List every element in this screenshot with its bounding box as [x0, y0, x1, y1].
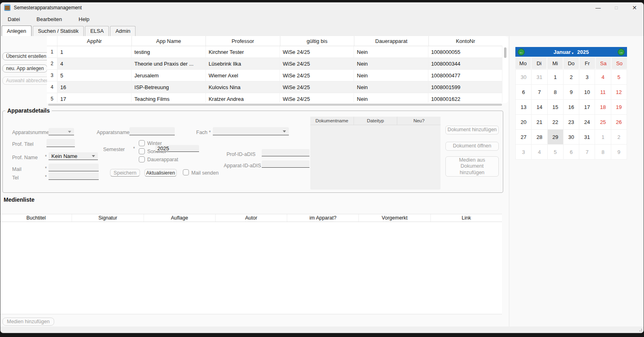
- calendar-day[interactable]: 7: [532, 85, 547, 100]
- calendar-day[interactable]: 21: [532, 115, 547, 130]
- calendar-day-today[interactable]: 29: [548, 130, 564, 145]
- neu-app-anlegen-button[interactable]: neu. App anlegen: [2, 64, 47, 73]
- calendar-day[interactable]: 15: [548, 100, 564, 115]
- dokument-hinzufuegen-button[interactable]: Dokument hinzufügen: [445, 126, 499, 134]
- calendar-day[interactable]: 30: [564, 130, 579, 145]
- tab-elsa[interactable]: ELSA: [85, 26, 109, 36]
- calendar-day[interactable]: 5: [548, 145, 564, 160]
- calendar-day[interactable]: 5: [611, 70, 627, 85]
- calendar-day[interactable]: 26: [611, 115, 627, 130]
- tel-field[interactable]: [49, 172, 99, 180]
- -bersicht-erstellen-button[interactable]: Übersicht erstellen: [2, 52, 50, 60]
- semester-year-field[interactable]: [155, 145, 199, 152]
- table-cell: Nein: [354, 81, 428, 93]
- calendar-day[interactable]: 8: [548, 85, 564, 100]
- calendar-day[interactable]: 30: [516, 70, 532, 85]
- dokument-oeffnen-button[interactable]: Dokument öffnen: [445, 142, 499, 151]
- group-legend: Apparatsdetails: [5, 107, 52, 114]
- tab-suchen-statistik[interactable]: Suchen / Statistik: [33, 26, 84, 36]
- tab-anlegen[interactable]: Anlegen: [2, 26, 32, 36]
- month-dropdown-caret-icon: ▼: [571, 52, 574, 55]
- table-row[interactable]: 517Teaching FilmsKratzer AndreaWiSe 24/2…: [47, 93, 502, 102]
- calendar-day[interactable]: 28: [532, 130, 547, 145]
- calendar-day[interactable]: 19: [611, 100, 627, 115]
- calendar-day[interactable]: 25: [595, 115, 611, 130]
- calendar-day[interactable]: 22: [548, 115, 564, 130]
- menu-item-bearbeiten[interactable]: Bearbeiten: [31, 15, 68, 24]
- calendar-day[interactable]: 7: [579, 145, 595, 160]
- calendar-day[interactable]: 31: [579, 130, 595, 145]
- calendar-day[interactable]: 4: [532, 145, 547, 160]
- resize-grip-icon[interactable]: [638, 328, 642, 332]
- calendar-month[interactable]: Januar: [553, 49, 571, 55]
- calendar-day[interactable]: 14: [532, 100, 547, 115]
- calendar-day[interactable]: 2: [611, 130, 627, 145]
- medien-aus-dokument-button[interactable]: Medien aus Dokument hinzufügen: [445, 156, 499, 177]
- calendar-day[interactable]: 9: [564, 85, 579, 100]
- apps-vertical-scrollbar[interactable]: [504, 47, 506, 100]
- apparatsnummer-dropdown[interactable]: [49, 128, 74, 135]
- minimize-icon[interactable]: —: [589, 2, 607, 13]
- prof-id-adis-field[interactable]: [262, 149, 309, 156]
- calendar-day[interactable]: 6: [516, 85, 532, 100]
- table-row[interactable]: 11testingKirchner TesterWiSe 24/25Nein10…: [47, 46, 502, 58]
- calendar-day[interactable]: 6: [564, 145, 579, 160]
- day-name-so: So: [612, 58, 627, 69]
- table-cell: 5: [57, 70, 131, 81]
- calendar-day[interactable]: 24: [579, 115, 595, 130]
- calendar-day[interactable]: 1: [595, 130, 611, 145]
- mail-field[interactable]: [49, 164, 99, 171]
- dauerapparat-checkbox[interactable]: [139, 156, 145, 162]
- calendar-day[interactable]: 18: [595, 100, 611, 115]
- apparat-id-adis-field[interactable]: [262, 160, 309, 168]
- apps-horizontal-scrollbar[interactable]: [48, 104, 502, 106]
- apparatsdetails-group: Apparatsdetails Apparatsnummer Apparatsn…: [2, 111, 503, 193]
- required-marker: *: [45, 174, 47, 180]
- calendar-day[interactable]: 11: [595, 85, 611, 100]
- prof-name-dropdown[interactable]: Kein Name: [49, 152, 98, 160]
- fach-dropdown[interactable]: [213, 127, 289, 135]
- winter-checkbox[interactable]: [139, 140, 145, 146]
- table-row[interactable]: 416ISP-BetreuungKulovics NinaWiSe 24/25N…: [47, 81, 502, 93]
- chevron-down-icon: [68, 131, 71, 133]
- calendar-day[interactable]: 20: [516, 115, 532, 130]
- calendar-day[interactable]: 31: [532, 70, 547, 85]
- calendar-year[interactable]: 2025: [577, 49, 589, 55]
- column-header: Professor: [206, 36, 280, 46]
- calendar-day[interactable]: 9: [611, 145, 627, 160]
- scrollbar-thumb[interactable]: [504, 47, 506, 58]
- calendar-day[interactable]: 1: [548, 70, 564, 85]
- scrollbar-thumb[interactable]: [48, 104, 502, 106]
- calendar-day[interactable]: 27: [516, 130, 532, 145]
- calendar-day[interactable]: 8: [595, 145, 611, 160]
- apparatsnummer-label: Apparatsnummer: [12, 130, 51, 135]
- apps-table: AppNrApp NameProfessorgültig bisDauerapp…: [47, 36, 508, 103]
- menu-item-datei[interactable]: Datei: [2, 15, 25, 24]
- calendar-day[interactable]: 4: [595, 70, 611, 85]
- aktualisieren-button[interactable]: Aktualisieren: [144, 169, 177, 177]
- calendar-day[interactable]: 16: [564, 100, 579, 115]
- table-row[interactable]: 35JerusalemWiemer AxelWiSe 24/25Nein1008…: [47, 70, 502, 81]
- calendar-prev-icon[interactable]: ←: [518, 49, 525, 55]
- calendar-next-icon[interactable]: →: [618, 49, 625, 55]
- sommer-checkbox[interactable]: [139, 148, 145, 154]
- apparatsname-field[interactable]: [129, 127, 175, 135]
- column-header: Dateityp: [354, 117, 398, 125]
- calendar-day[interactable]: 23: [564, 115, 579, 130]
- mail-senden-checkbox[interactable]: [183, 169, 189, 175]
- table-cell: Nein: [354, 58, 428, 69]
- prof-titel-field[interactable]: [47, 139, 75, 147]
- calendar-day[interactable]: 3: [579, 70, 595, 85]
- maximize-icon[interactable]: □: [607, 2, 625, 13]
- calendar-day[interactable]: 2: [564, 70, 579, 85]
- menu-item-help[interactable]: Help: [73, 15, 95, 24]
- calendar-day[interactable]: 17: [579, 100, 595, 115]
- calendar-day[interactable]: 12: [611, 85, 627, 100]
- tab-admin[interactable]: Admin: [110, 26, 136, 36]
- table-row[interactable]: 24Theorie und Praxis der ...Lüsebrink Il…: [47, 58, 502, 70]
- table-cell: WiSe 24/25: [280, 58, 354, 69]
- calendar-day[interactable]: 10: [579, 85, 595, 100]
- calendar-day[interactable]: 3: [516, 145, 532, 160]
- calendar-day[interactable]: 13: [516, 100, 532, 115]
- close-icon[interactable]: ✕: [625, 2, 644, 13]
